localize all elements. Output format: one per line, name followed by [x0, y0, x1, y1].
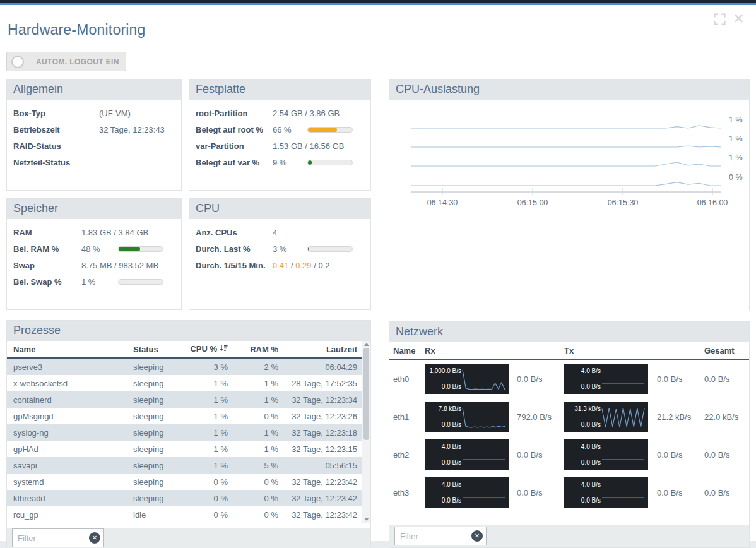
info-row: Bel. Swap %1 % [7, 273, 181, 290]
table-row[interactable]: eth2 4.0 B/s0.0 B/s 0.0 B/s 4.0 B/s0.0 B… [389, 436, 749, 474]
swap-usage-meter [118, 279, 163, 285]
sort-desc-icon [220, 345, 228, 354]
info-row: root-Partition2.54 GB / 3.86 GB [189, 105, 370, 121]
scroll-down-icon[interactable] [364, 518, 369, 521]
table-row[interactable]: containerdsleeping1 %1 %32 Tage, 12:23:3… [7, 391, 362, 408]
svg-text:0 %: 0 % [729, 173, 743, 182]
process-table-header: Name Status CPU % RAM % Laufzeit [7, 341, 362, 359]
svg-text:06:16:00: 06:16:00 [697, 198, 728, 207]
panel-allgemein-title: Allgemein [7, 80, 181, 100]
table-row[interactable]: eth1 7.8 kB/s0.0 B/s 792.0 B/s 31.3 kB/s… [389, 398, 749, 436]
table-row[interactable]: gpHAdsleeping1 %1 %32 Tage, 12:23:15 [7, 441, 362, 457]
process-table-scrollbar[interactable] [362, 341, 370, 523]
info-row: Belegt auf var %9 % [189, 154, 370, 170]
tx-sparkline-eth1: 31.3 kB/s0.0 B/s [564, 402, 648, 432]
table-row[interactable]: rcu_gpidle0 %0 %32 Tage, 12:23:42 [7, 506, 362, 523]
info-row: RAM1.83 GB / 3.84 GB [7, 224, 181, 241]
rx-sparkline-eth1: 7.8 kB/s0.0 B/s [425, 402, 509, 432]
toggle-knob-icon [11, 56, 24, 68]
root-usage-meter [307, 127, 353, 133]
info-row: Durch. 1/5/15 Min.0.41 / 0.29 / 0.2 [189, 257, 370, 273]
svg-text:1 %: 1 % [729, 134, 743, 143]
panel-prozesse: Prozesse Name Status CPU % RAM % Laufzei… [6, 320, 371, 547]
network-table-body: eth0 1,000.0 B/s0.0 B/s 0.0 B/s 4.0 B/s0… [389, 360, 749, 511]
table-row[interactable]: kthreaddsleeping0 %0 %32 Tage, 12:23:42 [7, 490, 362, 506]
info-row: Swap8.75 MB / 983.52 MB [7, 257, 181, 273]
panel-netzwerk: Netzwerk Name Rx Tx Gesamt eth0 1,000.0 … [389, 321, 750, 548]
clear-filter-icon[interactable]: ✕ [471, 530, 483, 542]
svg-text:06:15:30: 06:15:30 [608, 198, 639, 207]
panel-netzwerk-title: Netzwerk [389, 322, 749, 342]
col-gesamt[interactable]: Gesamt [704, 346, 749, 355]
rx-sparkline-eth2: 4.0 B/s0.0 B/s [425, 439, 509, 470]
info-row: Box-Typ(UF-VM) [7, 105, 181, 121]
col-name[interactable]: Name [13, 345, 133, 354]
info-row: Durch. Last %3 % [189, 241, 370, 257]
tx-sparkline-eth0: 4.0 B/s0.0 B/s [564, 364, 648, 394]
rx-sparkline-eth0: 1,000.0 B/s0.0 B/s [425, 364, 509, 394]
panel-cpu: CPU Anz. CPUs4 Durch. Last %3 % Durch. 1… [189, 198, 371, 310]
col-name[interactable]: Name [393, 346, 425, 355]
page-title: Hardware-Monitoring [6, 5, 750, 44]
ram-usage-meter [118, 246, 163, 252]
panel-festplatte-title: Festplatte [189, 80, 370, 100]
load-averages: 0.41 / 0.29 / 0.2 [273, 261, 362, 270]
tx-sparkline-eth2: 4.0 B/s0.0 B/s [564, 439, 648, 470]
autologout-toggle-button[interactable]: AUTOM. LOGOUT EIN [6, 52, 126, 71]
cpu-usage-chart: 1 %1 %1 %0 %06:14:3006:15:0006:15:3006:1… [389, 109, 750, 217]
panel-prozesse-title: Prozesse [7, 321, 370, 341]
hardware-monitoring-dialog: ✕ Hardware-Monitoring AUTOM. LOGOUT EIN … [0, 5, 756, 541]
fullscreen-icon[interactable] [714, 13, 726, 25]
col-ram[interactable]: RAM % [228, 345, 278, 354]
panel-festplatte: Festplatte root-Partition2.54 GB / 3.86 … [189, 79, 371, 191]
col-rx[interactable]: Rx [425, 346, 509, 355]
network-filter-bar: ✕ [389, 525, 749, 547]
window-controls: ✕ [714, 13, 745, 25]
table-row[interactable]: syslog-ngsleeping1 %1 %32 Tage, 12:23:18 [7, 424, 362, 441]
panel-cpu-title: CPU [189, 199, 370, 219]
panel-speicher: Speicher RAM1.83 GB / 3.84 GB Bel. RAM %… [6, 198, 182, 310]
svg-text:06:14:30: 06:14:30 [427, 198, 458, 207]
info-row: Bel. RAM %48 % [7, 241, 181, 257]
network-table-header: Name Rx Tx Gesamt [389, 342, 749, 360]
col-status[interactable]: Status [133, 345, 184, 354]
col-runtime[interactable]: Laufzeit [278, 345, 357, 354]
title-divider [6, 44, 750, 44]
autologout-label: AUTOM. LOGOUT EIN [36, 57, 119, 66]
panel-cpu-auslastung: CPU-Auslastung 1 %1 %1 %0 %06:14:3006:15… [389, 79, 750, 311]
table-row[interactable]: eth0 1,000.0 B/s0.0 B/s 0.0 B/s 4.0 B/s0… [389, 360, 749, 398]
svg-text:06:15:00: 06:15:00 [517, 198, 548, 207]
clear-filter-icon[interactable]: ✕ [89, 532, 100, 544]
var-usage-meter [307, 160, 353, 165]
info-row: Belegt auf root %66 % [189, 121, 370, 138]
table-row[interactable]: gpMsgingdsleeping1 %0 %32 Tage, 12:23:26 [7, 408, 362, 424]
process-filter-bar: ✕ [7, 528, 370, 547]
info-row: Betriebszeit32 Tage, 12:23:43 [7, 121, 181, 138]
info-row: var-Partition1.53 GB / 16.56 GB [189, 138, 370, 154]
scroll-up-icon[interactable] [364, 343, 369, 346]
svg-text:1 %: 1 % [729, 116, 743, 124]
panel-cpu-auslastung-title: CPU-Auslastung [389, 80, 749, 100]
cpu-load-meter [307, 246, 353, 252]
table-row[interactable]: savapisleeping1 %5 %05:56:15 [7, 457, 362, 474]
col-cpu-sorted[interactable]: CPU % [184, 344, 228, 354]
col-tx[interactable]: Tx [564, 346, 649, 355]
panel-allgemein: Allgemein Box-Typ(UF-VM) Betriebszeit32 … [6, 79, 182, 191]
close-icon[interactable]: ✕ [733, 13, 745, 25]
info-row: RAID-Status [7, 138, 181, 154]
scrollbar-thumb[interactable] [363, 348, 369, 440]
rx-sparkline-eth3: 4.0 B/s0.0 B/s [425, 477, 509, 508]
process-table-body: pserve3sleeping3 %2 %06:04:29 x-websocke… [7, 359, 362, 523]
info-row: Anz. CPUs4 [189, 224, 370, 241]
table-row[interactable]: pserve3sleeping3 %2 %06:04:29 [7, 359, 362, 375]
table-row[interactable]: systemdsleeping0 %0 %32 Tage, 12:23:42 [7, 474, 362, 490]
table-row[interactable]: x-websocketsdsleeping1 %1 %28 Tage, 17:5… [7, 375, 362, 391]
tx-sparkline-eth3: 4.0 B/s0.0 B/s [564, 477, 648, 508]
svg-text:1 %: 1 % [729, 153, 743, 162]
table-row[interactable]: eth3 4.0 B/s0.0 B/s 0.0 B/s 4.0 B/s0.0 B… [389, 474, 749, 511]
panel-speicher-title: Speicher [7, 199, 181, 219]
info-row: Netzteil-Status [7, 154, 181, 170]
